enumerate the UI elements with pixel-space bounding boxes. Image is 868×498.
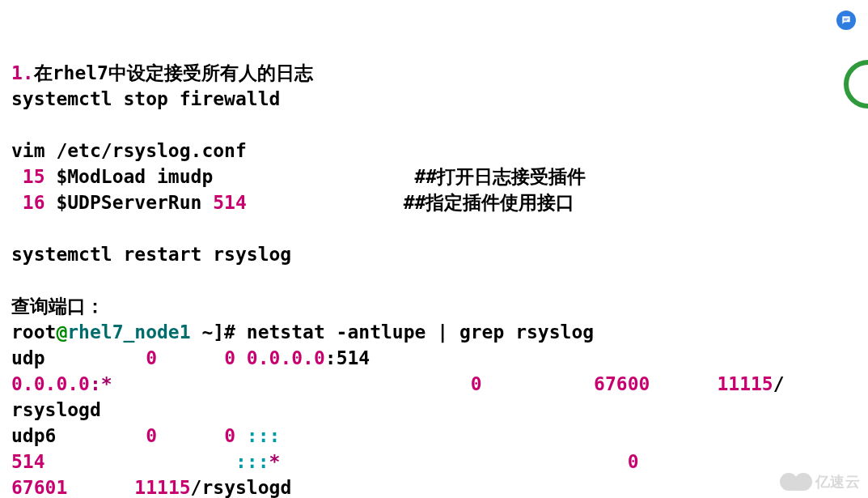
vim-line15-num: 15 [11,166,45,187]
out2-port: 514 [11,451,45,472]
svg-rect-0 [844,19,849,19]
out2-star: * [269,451,281,472]
step-title: 在rhel7中设定接受所有人的日志 [34,62,313,83]
watermark-text: 亿速云 [815,469,861,495]
prompt-user: root [11,321,56,343]
out2-recv: 0 [146,425,157,446]
out2-pid: 11115 [134,477,190,498]
step-number: 1. [11,62,34,83]
cmd-vim: vim /etc/rsyslog.conf [11,140,247,161]
prompt-host: rhel7_node1 [67,321,190,343]
out1-recv: 0 [146,347,157,368]
out1-progname: rsyslogd [11,399,101,420]
out1-send: 0 [224,347,235,368]
out1-local-port: :514 [325,347,370,368]
out2-local: ::: [247,425,281,446]
out2-prog: rsyslogd [201,477,291,498]
vim-line16-val: 514 [213,192,247,213]
cmd-restart: systemctl restart rsyslog [11,244,291,265]
out1-user: 0 [471,373,482,394]
out2-foreign: ::: [235,451,269,472]
out1-foreign-star: :* [90,373,112,394]
prompt-tail: ~]# [191,321,247,343]
watermark: 亿速云 [780,469,861,495]
prompt-at: @ [56,321,67,343]
document-body: 1.在rhel7中设定接受所有人的日志 systemctl stop firew… [0,0,868,498]
cloud-icon [780,473,814,491]
out2-inode: 67601 [11,477,67,498]
vim-line16-num: 16 [11,192,45,213]
vim-line16-comment: ##指定插件使用接口 [404,192,575,213]
vim-line16-text: $UDPServerRun [45,192,214,213]
query-label: 查询端口： [11,296,104,317]
out1-inode: 67600 [594,373,650,394]
vim-line15-comment: ##打开日志接受插件 [415,166,586,187]
out1-local: 0.0.0.0 [247,347,325,368]
out2-send: 0 [224,425,235,446]
vim-line15-text: $ModLoad imudp [45,166,214,187]
cmd-netstat: netstat -antlupe | grep rsyslog [247,321,594,343]
out1-proto: udp [11,347,45,368]
cmd-stop-firewall: systemctl stop firewalld [11,88,280,109]
svg-rect-1 [844,19,847,20]
out2-proto: udp6 [11,425,56,446]
out1-pid: 11115 [717,373,773,394]
out1-foreign: 0.0.0.0 [11,373,90,394]
out2-slash: / [191,477,202,498]
out1-slash: / [773,373,785,394]
out2-zero: 0 [628,451,639,472]
chat-bubble-icon[interactable] [836,11,856,30]
